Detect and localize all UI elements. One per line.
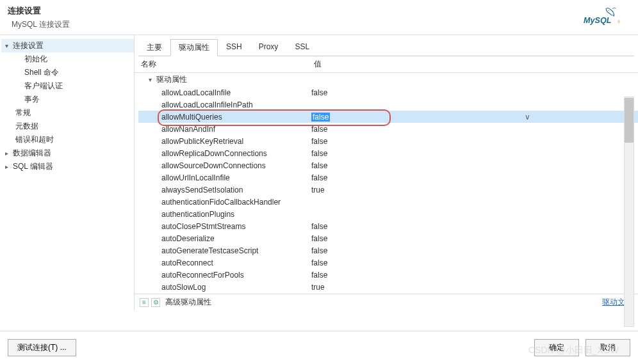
- property-row[interactable]: authenticationPlugins: [138, 208, 638, 220]
- sidebar-item-8[interactable]: ▸数据编辑器: [1, 146, 134, 160]
- content-panel: 主要驱动属性SSHProxySSL 名称 值 ▾驱动属性allowLoadLoc…: [135, 35, 638, 310]
- dialog-subtitle: MySQL 连接设置: [12, 19, 70, 30]
- property-name: allowNanAndInf: [138, 125, 311, 134]
- property-name: allowLoadLocalInfileInPath: [138, 100, 311, 109]
- sidebar-item-label: 初始化: [24, 54, 47, 65]
- sidebar-item-0[interactable]: ▾连接设置: [1, 39, 134, 52]
- property-name: alwaysSendSetIsolation: [138, 186, 311, 194]
- property-row[interactable]: autoSlowLogtrue: [138, 281, 638, 293]
- property-row[interactable]: authenticationFidoCallbackHandler: [138, 196, 638, 208]
- group-label: 驱动属性: [156, 74, 187, 85]
- property-row[interactable]: alwaysSendSetIsolationtrue: [138, 184, 638, 196]
- property-value[interactable]: false: [311, 149, 635, 158]
- sidebar-item-6[interactable]: 元数据: [1, 120, 134, 133]
- col-header-name[interactable]: 名称: [141, 59, 314, 70]
- sidebar-item-label: 连接设置: [13, 40, 44, 51]
- svg-text:®: ®: [618, 20, 620, 24]
- tab-0[interactable]: 主要: [138, 39, 170, 56]
- tree-toggle-icon[interactable]: ▸: [5, 163, 13, 170]
- property-name: allowMultiQueries: [138, 113, 311, 122]
- property-value[interactable]: true: [311, 283, 635, 292]
- property-row[interactable]: autoGenerateTestcaseScriptfalse: [138, 244, 638, 257]
- property-value[interactable]: false: [311, 137, 635, 146]
- property-row[interactable]: autoDeserializefalse: [138, 232, 638, 244]
- property-name: autoReconnectForPools: [138, 271, 311, 280]
- property-name: allowSourceDownConnections: [138, 161, 311, 170]
- sidebar-item-3[interactable]: 客户端认证: [1, 79, 134, 93]
- tree-toggle-icon[interactable]: ▸: [5, 150, 13, 157]
- mysql-logo: MySQL ®: [579, 5, 624, 31]
- property-name: autoGenerateTestcaseScript: [138, 246, 311, 255]
- property-row[interactable]: allowReplicaDownConnectionsfalse: [138, 147, 638, 159]
- advanced-properties-label[interactable]: 高级驱动属性: [165, 297, 211, 308]
- property-table[interactable]: ▾驱动属性allowLoadLocalInfilefalseallowLoadL…: [135, 73, 638, 294]
- tree-toggle-icon[interactable]: ▾: [5, 42, 13, 49]
- property-row[interactable]: allowLoadLocalInfilefalse: [138, 86, 638, 99]
- property-row[interactable]: allowSourceDownConnectionsfalse: [138, 159, 638, 171]
- sidebar-item-4[interactable]: 事务: [1, 93, 134, 106]
- property-value[interactable]: false: [311, 125, 635, 134]
- sidebar-item-2[interactable]: Shell 命令: [1, 66, 134, 79]
- sidebar-item-1[interactable]: 初始化: [1, 52, 134, 66]
- cancel-button[interactable]: 取消: [585, 339, 630, 356]
- property-row[interactable]: allowPublicKeyRetrievalfalse: [138, 135, 638, 147]
- property-name: autoSlowLog: [138, 283, 311, 292]
- property-name: autoDeserialize: [138, 234, 311, 243]
- property-name: allowLoadLocalInfile: [138, 88, 311, 97]
- property-value[interactable]: false: [311, 271, 635, 280]
- filter-icon[interactable]: ≡: [140, 298, 149, 307]
- ok-button[interactable]: 确定: [534, 339, 579, 356]
- property-row[interactable]: allowUrlInLocalInfilefalse: [138, 171, 638, 184]
- property-row[interactable]: autoReconnectfalse: [138, 257, 638, 269]
- property-value[interactable]: false: [311, 173, 635, 182]
- property-group[interactable]: ▾驱动属性: [138, 73, 638, 86]
- main-area: ▾连接设置初始化Shell 命令客户端认证事务常规元数据错误和超时▸数据编辑器▸…: [0, 35, 638, 310]
- sidebar-item-label: 事务: [24, 94, 40, 105]
- property-value[interactable]: false: [311, 161, 635, 170]
- header: 连接设置 MySQL 连接设置 MySQL ®: [0, 0, 638, 35]
- property-row[interactable]: autoClosePStmtStreamsfalse: [138, 220, 638, 232]
- property-value[interactable]: true: [311, 186, 635, 194]
- property-row[interactable]: allowNanAndInffalse: [138, 123, 638, 135]
- dialog-title: 连接设置: [8, 5, 70, 17]
- col-header-value[interactable]: 值: [314, 59, 634, 70]
- scrollbar-thumb[interactable]: [625, 98, 634, 143]
- bottom-bar: ≡ ⚙ 高级驱动属性 驱动文档: [135, 294, 638, 310]
- property-value[interactable]: false: [311, 113, 330, 122]
- property-row[interactable]: allowMultiQueriesfalse∨: [138, 111, 638, 123]
- property-value[interactable]: false: [311, 246, 635, 255]
- property-value[interactable]: false: [311, 222, 635, 231]
- property-value[interactable]: false: [311, 234, 635, 243]
- sidebar-item-label: 客户端认证: [24, 81, 63, 91]
- test-connection-button[interactable]: 测试连接(T) ...: [8, 339, 76, 356]
- property-row[interactable]: autoReconnectForPoolsfalse: [138, 269, 638, 281]
- svg-text:MySQL: MySQL: [584, 16, 611, 25]
- gear-icon[interactable]: ⚙: [151, 298, 160, 307]
- tab-1[interactable]: 驱动属性: [170, 39, 218, 56]
- tabs: 主要驱动属性SSHProxySSL: [138, 39, 634, 56]
- sidebar-item-label: SQL 编辑器: [13, 161, 53, 172]
- dropdown-icon[interactable]: ∨: [521, 113, 533, 122]
- sidebar-item-5[interactable]: 常规: [1, 106, 134, 120]
- sidebar-item-9[interactable]: ▸SQL 编辑器: [1, 160, 134, 173]
- tab-4[interactable]: SSL: [286, 39, 318, 56]
- property-name: allowReplicaDownConnections: [138, 149, 311, 158]
- property-name: autoClosePStmtStreams: [138, 222, 311, 231]
- property-name: authenticationFidoCallbackHandler: [138, 198, 311, 207]
- chevron-down-icon[interactable]: ▾: [149, 76, 156, 83]
- property-name: authenticationPlugins: [138, 210, 311, 219]
- sidebar-item-label: 数据编辑器: [13, 148, 51, 159]
- sidebar: ▾连接设置初始化Shell 命令客户端认证事务常规元数据错误和超时▸数据编辑器▸…: [0, 35, 135, 310]
- property-value[interactable]: false: [311, 258, 635, 267]
- table-header: 名称 值: [135, 56, 638, 73]
- tab-2[interactable]: SSH: [218, 39, 250, 56]
- sidebar-item-7[interactable]: 错误和超时: [1, 133, 134, 146]
- vertical-scrollbar[interactable]: [624, 97, 634, 327]
- property-row[interactable]: allowLoadLocalInfileInPath: [138, 99, 638, 111]
- property-value[interactable]: false: [311, 88, 635, 97]
- footer: 测试连接(T) ... 确定 取消: [0, 331, 638, 364]
- sidebar-item-label: Shell 命令: [24, 67, 59, 78]
- svg-point-0: [609, 10, 609, 11]
- property-name: autoReconnect: [138, 258, 311, 267]
- tab-3[interactable]: Proxy: [250, 39, 287, 56]
